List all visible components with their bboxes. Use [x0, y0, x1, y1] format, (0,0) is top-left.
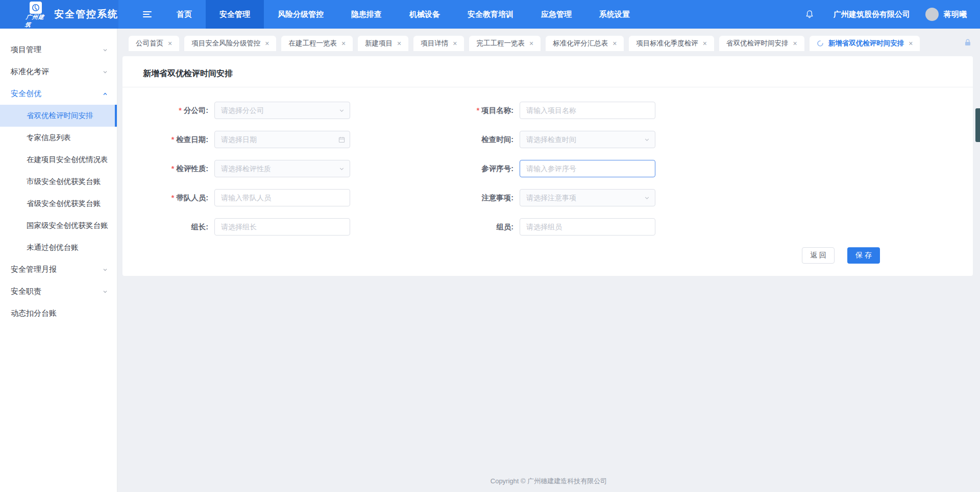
sidebar-subitem-provincial-double-excellence-schedule[interactable]: 省双优检评时间安排	[0, 105, 117, 127]
team-personnel-input[interactable]	[215, 194, 350, 202]
close-icon[interactable]: ×	[703, 39, 707, 48]
notes-select-input[interactable]	[520, 194, 639, 202]
sidebar-item-dynamic-deduction-ledger[interactable]: 动态扣分台账	[0, 302, 117, 324]
nav-item-safety-education[interactable]: 安全教育培训	[454, 0, 527, 29]
menu-collapse-icon[interactable]	[143, 11, 152, 17]
sidebar-item-label: 安全管理月报	[11, 265, 57, 274]
tab-label: 完工工程一览表	[476, 39, 525, 48]
nav-item-safety-management[interactable]: 安全管理	[206, 0, 264, 29]
sidebar-item-safety-excellence[interactable]: 安全创优	[0, 83, 117, 105]
nav-item-system-settings[interactable]: 系统设置	[585, 0, 644, 29]
sidebar-subitem-expert-info-list[interactable]: 专家信息列表	[0, 127, 117, 149]
back-button[interactable]: 返 回	[802, 247, 835, 264]
field-group-leader: 组长:	[122, 218, 350, 236]
sidebar-subitem-projects-under-construction[interactable]: 在建项目安全创优情况表	[0, 149, 117, 171]
sidebar-item-label: 安全创优	[11, 89, 41, 99]
sidebar-subitem-not-passed-ledger[interactable]: 未通过创优台账	[0, 237, 117, 259]
nav-item-risk-grading[interactable]: 风险分级管控	[264, 0, 337, 29]
chevron-down-icon	[333, 166, 350, 172]
tab-project-details[interactable]: 项目详情 ×	[413, 36, 464, 51]
project-name-input-wrap	[520, 102, 655, 119]
tab-standardization-score-summary[interactable]: 标准化评分汇总表 ×	[546, 36, 624, 51]
group-members-input[interactable]	[520, 223, 655, 231]
evaluation-nature-select[interactable]	[214, 160, 350, 177]
field-label: 组员:	[350, 222, 520, 232]
save-button[interactable]: 保 存	[847, 247, 880, 264]
notes-select[interactable]	[520, 189, 655, 206]
close-icon[interactable]: ×	[529, 39, 533, 48]
tab-quarterly-review[interactable]: 项目标准化季度检评 ×	[629, 36, 714, 51]
inspection-time-select-input[interactable]	[520, 135, 639, 144]
tab-construction-list[interactable]: 在建工程一览表 ×	[281, 36, 353, 51]
form-row: *带队人员: 注意事项:	[122, 189, 973, 206]
tab-new-project[interactable]: 新建项目 ×	[358, 36, 408, 51]
sidebar-item-standardization-review[interactable]: 标准化考评	[0, 61, 117, 83]
field-label-text: 分公司:	[184, 106, 208, 114]
user-name[interactable]: 蒋明曦	[944, 10, 967, 19]
field-label-text: 项目名称:	[481, 106, 513, 114]
evaluation-nature-select-input[interactable]	[215, 165, 333, 173]
field-label-text: 检评性质:	[176, 165, 208, 173]
notification-bell-icon[interactable]	[805, 10, 814, 19]
field-inspection-time: 检查时间:	[350, 131, 655, 148]
inspection-date-picker[interactable]	[214, 131, 350, 148]
nav-item-emergency[interactable]: 应急管理	[527, 0, 585, 29]
tab-completed-list[interactable]: 完工工程一览表 ×	[469, 36, 541, 51]
field-evaluation-nature: *检评性质:	[122, 160, 350, 177]
edge-collapsed-widget[interactable]	[975, 108, 980, 142]
lock-icon[interactable]	[964, 38, 972, 46]
inspection-time-select[interactable]	[520, 131, 655, 148]
chevron-down-icon	[103, 267, 108, 272]
close-icon[interactable]: ×	[168, 39, 172, 48]
tab-add-provincial-schedule[interactable]: 新增省双优检评时间安排 ×	[810, 36, 920, 51]
form-row: *分公司: *项目名称:	[122, 102, 973, 119]
project-name-input[interactable]	[520, 106, 655, 114]
nav-item-home[interactable]: 首页	[163, 0, 206, 29]
main-area: 公司首页 × 项目安全风险分级管控 × 在建工程一览表 × 新建项目 × 项目详…	[117, 29, 980, 492]
tab-label: 省双优检评时间安排	[726, 39, 789, 48]
close-icon[interactable]: ×	[793, 39, 797, 48]
close-icon[interactable]: ×	[397, 39, 401, 48]
tab-label: 公司首页	[136, 39, 163, 48]
chevron-down-icon	[103, 48, 108, 53]
close-icon[interactable]: ×	[265, 39, 269, 48]
header-right: 广州建筑股份有限公司 蒋明曦	[805, 8, 980, 21]
required-asterisk: *	[172, 135, 174, 144]
group-leader-input[interactable]	[215, 223, 350, 231]
required-asterisk: *	[172, 194, 174, 202]
chevron-down-icon	[333, 108, 350, 113]
field-label: 注意事项:	[350, 193, 520, 203]
sidebar-subitem-province-award-ledger[interactable]: 省级安全创优获奖台账	[0, 193, 117, 215]
branch-company-select[interactable]	[214, 102, 350, 119]
sidebar-item-label: 安全职责	[11, 287, 41, 296]
close-icon[interactable]: ×	[909, 39, 913, 48]
user-avatar[interactable]	[925, 8, 939, 21]
sidebar-subitem-label: 在建项目安全创优情况表	[27, 155, 108, 165]
sidebar-subitem-city-award-ledger[interactable]: 市级安全创优获奖台账	[0, 171, 117, 193]
sidebar-item-safety-responsibility[interactable]: 安全职责	[0, 280, 117, 302]
sidebar-item-project-management[interactable]: 项目管理	[0, 39, 117, 61]
form-card: 新增省双优检评时间安排 *分公司: *项目名称:	[122, 56, 973, 276]
field-branch-company: *分公司:	[122, 102, 350, 119]
close-icon[interactable]: ×	[453, 39, 457, 48]
field-label-text: 组长:	[191, 223, 208, 231]
sidebar-subitem-label: 市级安全创优获奖台账	[27, 177, 101, 186]
tab-label: 标准化评分汇总表	[553, 39, 608, 48]
close-icon[interactable]: ×	[341, 39, 346, 48]
nav-item-machinery[interactable]: 机械设备	[396, 0, 454, 29]
participation-number-input[interactable]	[520, 165, 655, 173]
field-label: 检查时间:	[350, 135, 520, 145]
sidebar-item-monthly-safety-report[interactable]: 安全管理月报	[0, 259, 117, 280]
sidebar-subitem-label: 省双优检评时间安排	[27, 111, 93, 121]
tab-company-home[interactable]: 公司首页 ×	[129, 36, 179, 51]
branch-company-select-input[interactable]	[215, 106, 333, 114]
chevron-down-icon	[639, 195, 655, 201]
sidebar-subitem-national-award-ledger[interactable]: 国家级安全创优获奖台账	[0, 215, 117, 237]
tab-provincial-schedule[interactable]: 省双优检评时间安排 ×	[719, 36, 804, 51]
inspection-date-input[interactable]	[215, 135, 333, 144]
nav-item-hazard-inspection[interactable]: 隐患排查	[337, 0, 396, 29]
close-icon[interactable]: ×	[612, 39, 617, 48]
tab-project-risk-grading[interactable]: 项目安全风险分级管控 ×	[184, 36, 276, 51]
team-personnel-input-wrap	[214, 189, 350, 206]
company-name[interactable]: 广州建筑股份有限公司	[834, 10, 910, 19]
